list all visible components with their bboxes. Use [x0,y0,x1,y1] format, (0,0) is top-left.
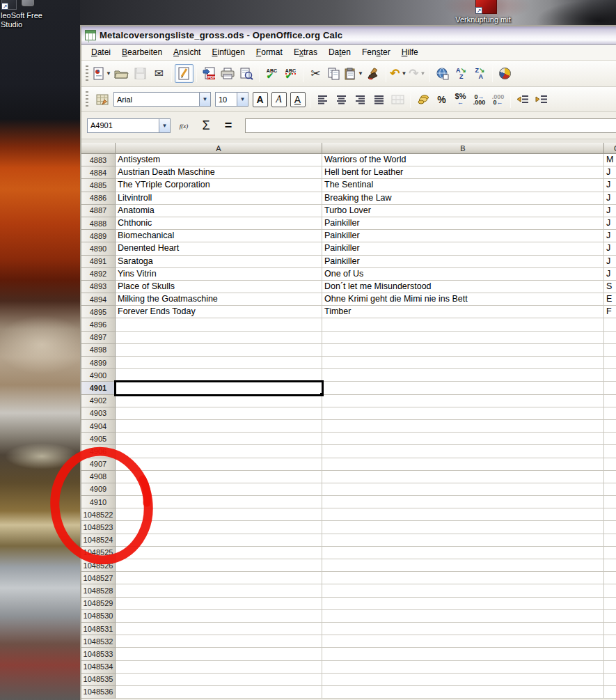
cell-A4903[interactable] [116,407,322,420]
row-header-4888[interactable]: 4888 [81,217,116,230]
row-header-1048531[interactable]: 1048531 [81,623,116,635]
delete-decimal-button[interactable]: .0000← [489,90,507,109]
cell-A4890[interactable]: Denented Heart [116,242,322,255]
paste-button[interactable]: ▼ [344,64,364,83]
row-header-1048525[interactable]: 1048525 [81,547,116,559]
row-header-4908[interactable]: 4908 [81,471,116,483]
cell-A4893[interactable]: Place of Skulls [116,281,322,293]
row-header-4900[interactable]: 4900 [81,369,116,382]
cell-B4903[interactable] [322,407,604,420]
italic-button[interactable]: A [269,90,288,109]
row-header-1048530[interactable]: 1048530 [81,610,116,623]
column-header-C[interactable]: C [604,143,616,154]
print-button[interactable] [219,64,237,83]
bold-button[interactable]: A [251,90,269,109]
row-header-4906[interactable]: 4906 [81,445,116,458]
cell-C4902[interactable] [604,395,616,407]
cell-B1048525[interactable] [322,547,604,559]
cell-C4894[interactable]: E [604,293,616,306]
cell-C1048536[interactable] [604,686,616,699]
cell-C4908[interactable] [604,471,616,483]
cell-C4893[interactable]: S [604,281,616,293]
cell-A1048528[interactable] [116,584,322,597]
cell-A4899[interactable] [116,357,322,369]
row-header-1048527[interactable]: 1048527 [81,572,116,584]
menu-fenster[interactable]: Fenster [356,45,396,59]
cell-C4901[interactable] [604,382,616,394]
cell-B4889[interactable]: Painkiller [322,230,604,242]
row-header-4898[interactable]: 4898 [81,344,116,357]
menu-daten[interactable]: Daten [323,45,356,59]
row-header-1048526[interactable]: 1048526 [81,559,116,572]
cell-A4904[interactable] [116,420,322,433]
cell-B4909[interactable] [322,483,604,496]
cell-A4886[interactable]: Litvintroll [116,192,322,205]
cell-C1048525[interactable] [604,547,616,559]
row-header-1048536[interactable]: 1048536 [81,686,116,699]
email-document-button[interactable]: ✉ [150,64,168,83]
cell-B4886[interactable]: Breaking the Law [322,192,604,205]
desktop-icon-verknuepfung-label[interactable]: Verknüpfung mit [444,15,522,24]
row-header-1048534[interactable]: 1048534 [81,661,116,674]
align-right-button[interactable] [351,90,370,109]
row-header-4895[interactable]: 4895 [81,306,116,318]
row-header-4891[interactable]: 4891 [81,256,116,268]
format-paintbrush-button[interactable] [364,64,383,83]
cell-B1048533[interactable] [322,648,604,660]
cell-B1048526[interactable] [322,559,604,572]
dropdown-arrow-icon[interactable]: ▼ [106,70,111,77]
row-header-4904[interactable]: 4904 [81,420,116,433]
cell-C4900[interactable] [604,369,616,382]
sort-descending-button[interactable]: Z↘ A [471,64,489,83]
cell-A1048527[interactable] [116,572,322,584]
cell-A4897[interactable] [116,332,322,344]
row-header-4896[interactable]: 4896 [81,318,116,331]
cell-C1048533[interactable] [604,648,616,660]
row-header-4903[interactable]: 4903 [81,407,116,420]
menu-hilfe[interactable]: Hilfe [396,45,424,59]
cell-A4883[interactable]: Antisystem [116,154,322,166]
cell-C4898[interactable] [604,344,616,357]
column-header-B[interactable]: B [322,143,604,154]
cell-B4910[interactable] [322,496,604,508]
cell-B4906[interactable] [322,445,604,458]
title-bar[interactable]: Metalcoversongsliste_gross.ods - OpenOff… [81,26,616,45]
row-header-1048524[interactable]: 1048524 [81,534,116,547]
cell-C4884[interactable]: J [604,166,616,179]
sort-ascending-button[interactable]: A↘ Z [452,64,471,83]
cell-C4906[interactable] [604,445,616,458]
increase-indent-button[interactable] [532,90,551,109]
cell-A1048531[interactable] [116,623,322,635]
row-header-4894[interactable]: 4894 [81,293,116,306]
cell-A4894[interactable]: Milking the Goatmaschine [116,293,322,306]
currency-format-button[interactable] [413,90,432,109]
desktop-icon-verknuepfung[interactable]: ↗ [475,0,497,14]
cell-C1048531[interactable] [604,623,616,635]
new-document-button[interactable]: ▼ [93,64,112,83]
hyperlink-button[interactable] [433,64,452,83]
cell-B4885[interactable]: The Sentinal [322,179,604,192]
cell-B4887[interactable]: Turbo Lover [322,205,604,217]
cell-A1048533[interactable] [116,648,322,660]
cell-B4894[interactable]: Ohne Krimi geht die Mimi nie ins Bett [322,293,604,306]
cell-B4883[interactable]: Warriors of the World [322,154,604,166]
row-header-4889[interactable]: 4889 [81,230,116,242]
formula-input-line[interactable] [245,118,616,133]
row-header-1048532[interactable]: 1048532 [81,635,116,648]
cell-A1048525[interactable] [116,547,322,559]
chevron-down-icon[interactable]: ▼ [199,93,210,106]
cell-A4909[interactable] [116,483,322,496]
row-header-4899[interactable]: 4899 [81,357,116,369]
cell-C4888[interactable]: J [604,217,616,230]
cell-B1048532[interactable] [322,635,604,648]
cell-B4899[interactable] [322,357,604,369]
row-header-4892[interactable]: 4892 [81,268,116,281]
cell-B1048534[interactable] [322,661,604,674]
cell-reference-value[interactable]: A4901 [88,121,159,130]
font-name-value[interactable]: Arial [114,95,199,104]
cell-C4891[interactable]: J [604,256,616,268]
cell-A1048526[interactable] [116,559,322,572]
row-header-4886[interactable]: 4886 [81,192,116,205]
cell-B4904[interactable] [322,420,604,433]
row-header-4890[interactable]: 4890 [81,242,116,255]
